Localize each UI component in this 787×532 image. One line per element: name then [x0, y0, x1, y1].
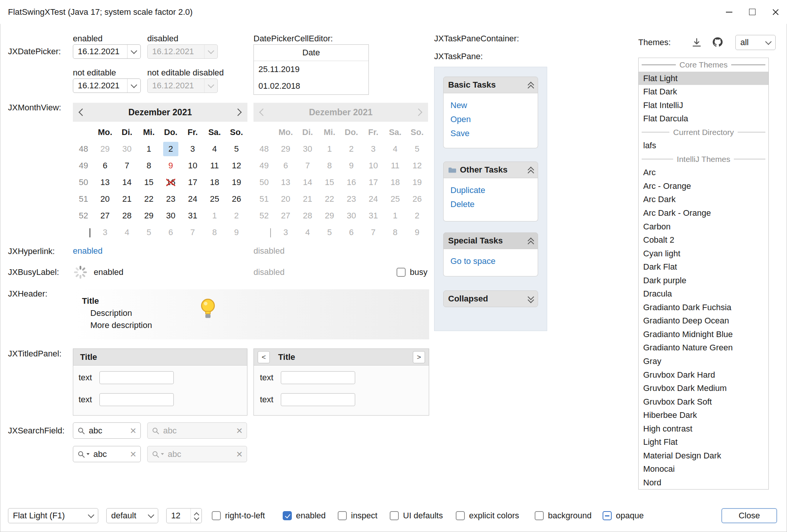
- calendar-day-cell[interactable]: 30: [160, 207, 182, 224]
- calendar-day-cell[interactable]: 4: [204, 141, 226, 157]
- theme-list-item[interactable]: Gradianto Nature Green: [639, 341, 768, 355]
- calendar-day-cell[interactable]: 1: [138, 141, 160, 157]
- checkbox-opaque[interactable]: opaque: [603, 508, 644, 523]
- theme-list-item[interactable]: Carbon: [639, 220, 768, 234]
- calendar-day-cell[interactable]: 22: [138, 191, 160, 207]
- taskpane-header[interactable]: Other Tasks: [443, 162, 538, 178]
- theme-list-item[interactable]: Gruvbox Dark Hard: [639, 368, 768, 382]
- datepicker-enabled[interactable]: 16.12.2021: [73, 44, 141, 59]
- calendar-day-cell[interactable]: 14: [116, 174, 138, 191]
- theme-list-item[interactable]: Arc Dark - Orange: [639, 206, 768, 220]
- calendar-day-cell[interactable]: 23: [160, 191, 182, 207]
- calendar-day-cell[interactable]: 8: [204, 224, 226, 241]
- expand-icon[interactable]: [529, 296, 533, 302]
- calendar-day-cell[interactable]: 24: [182, 191, 204, 207]
- calendar-day-cell[interactable]: 11: [204, 157, 226, 174]
- calendar-day-cell[interactable]: 1: [204, 207, 226, 224]
- theme-list-item[interactable]: Arc: [639, 166, 768, 179]
- calendar-day-cell[interactable]: 28: [116, 207, 138, 224]
- calendar-day-cell[interactable]: 31: [182, 207, 204, 224]
- calendar-day-cell[interactable]: 21: [116, 191, 138, 207]
- download-themes-button[interactable]: [690, 36, 704, 49]
- themes-filter-combobox[interactable]: all: [735, 35, 776, 50]
- table-row[interactable]: 25.11.2019: [254, 61, 368, 78]
- calendar-day-cell[interactable]: 17: [182, 174, 204, 191]
- datepicker-not-editable[interactable]: 16.12.2021: [73, 78, 141, 93]
- calendar-day-cell[interactable]: 5: [138, 224, 160, 241]
- theme-list-item[interactable]: Arc - Orange: [639, 179, 768, 193]
- search-menu-caret-icon[interactable]: [87, 453, 90, 455]
- theme-list-item[interactable]: lafs: [639, 139, 768, 152]
- theme-list-item[interactable]: Flat Light: [639, 72, 768, 85]
- searchfield-enabled[interactable]: abc ×: [73, 422, 141, 439]
- task-link[interactable]: Save: [450, 126, 538, 140]
- table-row[interactable]: 01.02.2018: [254, 78, 368, 94]
- titledpanel-text-input[interactable]: [99, 393, 174, 406]
- calendar-day-cell[interactable]: 6: [94, 157, 116, 174]
- calendar-day-cell[interactable]: 13: [94, 174, 116, 191]
- theme-list-item[interactable]: Gray: [639, 355, 768, 368]
- calendar-day-cell[interactable]: 20: [94, 191, 116, 207]
- checkbox-right-to-left[interactable]: right-to-left: [212, 508, 265, 523]
- checkbox-enabled[interactable]: enabled: [283, 508, 326, 523]
- task-link[interactable]: Go to space: [450, 254, 538, 268]
- titledpanel-text-input[interactable]: [281, 371, 355, 384]
- datepicker-dropdown-button[interactable]: [127, 79, 140, 93]
- theme-list-item[interactable]: Monocai: [639, 462, 768, 476]
- clear-icon[interactable]: ×: [130, 425, 136, 436]
- collapse-icon[interactable]: [529, 165, 533, 175]
- theme-list-item[interactable]: Gruvbox Dark Soft: [639, 395, 768, 409]
- collapse-icon[interactable]: [529, 80, 533, 90]
- checkbox-inspect[interactable]: inspect: [338, 508, 378, 523]
- checkbox-background[interactable]: background: [535, 508, 592, 523]
- calendar-day-cell[interactable]: 10: [182, 157, 204, 174]
- font-size-spinner[interactable]: 12: [166, 508, 202, 523]
- font-combobox[interactable]: default: [106, 508, 158, 523]
- theme-list-item[interactable]: Gradianto Deep Ocean: [639, 314, 768, 328]
- theme-list-item[interactable]: Gruvbox Dark Medium: [639, 381, 768, 395]
- theme-list-item[interactable]: Gradianto Midnight Blue: [639, 328, 768, 341]
- datepicker-dropdown-button[interactable]: [127, 45, 140, 58]
- calendar-day-cell[interactable]: 7: [182, 224, 204, 241]
- calendar-day-cell[interactable]: 25: [204, 191, 226, 207]
- calendar-day-cell[interactable]: 4: [116, 224, 138, 241]
- calendar-day-cell[interactable]: 9: [225, 224, 247, 241]
- theme-list-item[interactable]: Flat Dark: [639, 85, 768, 99]
- calendar-day-cell[interactable]: 27: [94, 207, 116, 224]
- task-link[interactable]: Delete: [450, 197, 538, 211]
- hyperlink-enabled[interactable]: enabled: [73, 246, 102, 256]
- theme-list-item[interactable]: Light Flat: [639, 435, 768, 449]
- calendar-day-cell[interactable]: 15: [138, 174, 160, 191]
- github-link-button[interactable]: [710, 35, 725, 50]
- theme-list-item[interactable]: Flat IntelliJ: [639, 99, 768, 112]
- task-link[interactable]: Open: [450, 112, 538, 126]
- previous-month-icon[interactable]: [79, 108, 86, 116]
- taskpane-header[interactable]: Collapsed: [443, 290, 538, 307]
- calendar-day-cell[interactable]: 30: [116, 141, 138, 157]
- titledpanel-next-button[interactable]: >: [413, 351, 425, 363]
- datepicker-value[interactable]: 16.12.2021: [73, 47, 127, 56]
- task-link[interactable]: New: [450, 98, 538, 112]
- checkbox-busy[interactable]: busy: [397, 265, 427, 280]
- collapse-icon[interactable]: [529, 236, 533, 246]
- titledpanel-prev-button[interactable]: <: [258, 351, 270, 363]
- theme-list-item[interactable]: Dark purple: [639, 274, 768, 287]
- theme-list-item[interactable]: Dark Flat: [639, 260, 768, 274]
- calendar-day-cell[interactable]: 7: [116, 157, 138, 174]
- theme-list-item[interactable]: Nord: [639, 476, 768, 490]
- clear-icon[interactable]: ×: [130, 449, 136, 460]
- titledpanel-text-input[interactable]: [281, 393, 355, 406]
- close-window-button[interactable]: [764, 0, 787, 24]
- theme-list-item[interactable]: Flat Darcula: [639, 112, 768, 126]
- searchfield-value[interactable]: abc: [93, 449, 130, 459]
- searchfield-value[interactable]: abc: [89, 426, 130, 436]
- laf-combobox[interactable]: Flat Light (F1): [8, 508, 98, 523]
- taskpane-header[interactable]: Special Tasks: [443, 232, 538, 249]
- checkbox-explicit-colors[interactable]: explicit colors: [456, 508, 519, 523]
- taskpane-header[interactable]: Basic Tasks: [443, 77, 538, 93]
- calendar-day-cell[interactable]: 29: [138, 207, 160, 224]
- next-month-icon[interactable]: [234, 108, 242, 116]
- theme-list-item[interactable]: Cyan light: [639, 247, 768, 261]
- checkbox-UI-defaults[interactable]: UI defaults: [390, 508, 443, 523]
- calendar-day-cell[interactable]: 16: [160, 174, 182, 191]
